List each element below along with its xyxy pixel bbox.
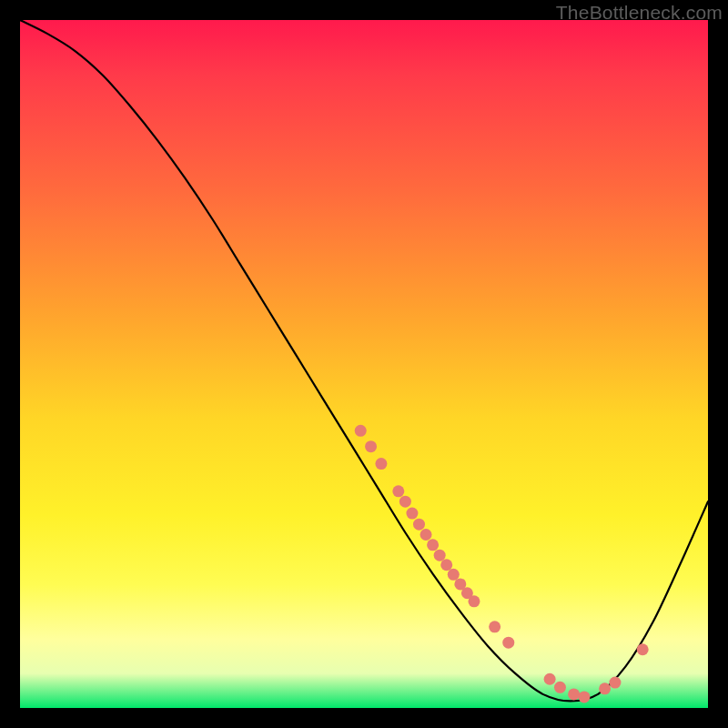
sample-point: [399, 496, 411, 508]
sample-point: [406, 508, 418, 520]
sample-point: [578, 691, 590, 703]
chart-area: [20, 20, 708, 708]
sample-point: [448, 569, 460, 581]
chart-svg: [20, 20, 708, 708]
sample-point: [434, 550, 446, 561]
sample-point: [355, 425, 367, 437]
sample-point: [392, 485, 404, 497]
sample-point: [413, 519, 425, 531]
sample-point: [420, 529, 432, 541]
sample-point: [502, 637, 514, 649]
sample-point: [489, 621, 500, 632]
sample-point: [599, 682, 611, 694]
sample-point: [544, 673, 556, 685]
bottleneck-curve: [20, 20, 708, 701]
sample-point: [365, 440, 377, 452]
sample-point: [637, 643, 649, 655]
sample-point: [554, 682, 566, 693]
sample-point: [468, 595, 480, 607]
sample-point: [440, 559, 452, 571]
sample-point: [375, 458, 387, 470]
sample-point: [609, 677, 621, 689]
sample-point: [427, 539, 439, 551]
sample-point: [568, 688, 580, 700]
